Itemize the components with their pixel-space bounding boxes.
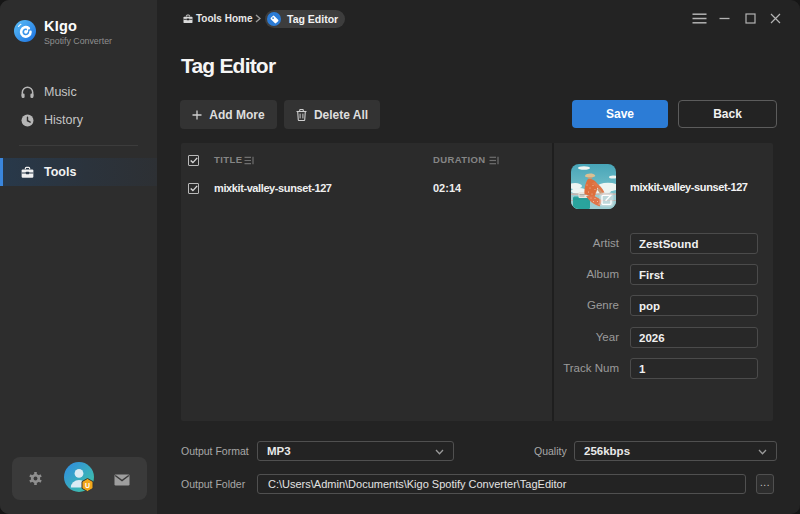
field-label: Genre (553, 295, 619, 316)
app-window: KIgo Spotify Converter Music History Too… (0, 0, 800, 514)
track-title-cell[interactable]: mixkit-valley-sunset-127 (214, 182, 332, 194)
trash-icon (296, 109, 307, 121)
toolbox-icon (21, 166, 34, 179)
field-track-num: Track Num (553, 358, 773, 379)
field-genre: Genre (553, 295, 773, 316)
tag-editor-panel: TITLE DURATION mixkit-valley-sunset-127 … (181, 143, 773, 421)
column-header-duration[interactable]: DURATION (433, 154, 486, 165)
breadcrumb-chevron-icon (255, 14, 261, 23)
page-title: Tag Editor (181, 54, 275, 78)
chevron-down-icon (435, 449, 444, 455)
output-format-select[interactable]: MP3 (257, 441, 454, 461)
app-logo: KIgo Spotify Converter (14, 20, 112, 46)
toolbox-icon (183, 14, 193, 24)
maximize-icon[interactable] (745, 0, 756, 36)
album-input[interactable] (630, 264, 758, 285)
quality-value: 256kbps (584, 445, 630, 457)
sidebar-item-label: History (44, 113, 83, 127)
browse-button[interactable]: ... (756, 474, 774, 494)
filter-icon[interactable] (244, 156, 254, 165)
app-logo-icon (14, 20, 36, 42)
delete-all-button[interactable]: Delete All (284, 100, 380, 129)
sidebar-item-tools[interactable]: Tools (0, 158, 157, 186)
column-header-title[interactable]: TITLE (214, 154, 242, 165)
year-input[interactable] (630, 327, 758, 348)
output-folder-label: Output Folder (181, 478, 245, 490)
app-name: KIgo (44, 19, 112, 33)
row-checkbox[interactable] (188, 183, 199, 194)
headphones-icon (21, 86, 34, 99)
back-button[interactable]: Back (678, 100, 777, 128)
field-label: Artist (553, 233, 619, 254)
track-duration-cell: 02:14 (433, 182, 461, 194)
add-more-button[interactable]: Add More (180, 100, 277, 129)
field-label: Track Num (553, 358, 619, 379)
breadcrumb-current-label: Tag Editor (287, 13, 338, 25)
sidebar-item-label: Tools (44, 165, 76, 179)
plus-icon (192, 110, 202, 120)
field-label: Year (553, 327, 619, 348)
field-year: Year (553, 327, 773, 348)
sidebar-item-music[interactable]: Music (0, 80, 157, 104)
sidebar-divider (19, 145, 138, 146)
chevron-down-icon (758, 449, 767, 455)
delete-all-label: Delete All (314, 108, 368, 122)
output-format-label: Output Format (181, 445, 249, 457)
close-icon[interactable] (770, 0, 781, 36)
avatar-badge: U (81, 478, 94, 492)
select-all-checkbox[interactable] (188, 155, 199, 166)
sidebar-item-label: Music (44, 85, 77, 99)
quality-select[interactable]: 256kbps (574, 441, 777, 461)
save-button[interactable]: Save (572, 100, 668, 128)
track-num-input[interactable] (630, 358, 758, 379)
sidebar-item-history[interactable]: History (0, 108, 157, 132)
menu-icon[interactable] (692, 0, 707, 36)
field-label: Album (553, 264, 619, 285)
tag-icon (267, 12, 281, 26)
detail-track-name: mixkit-valley-sunset-127 (630, 181, 748, 193)
clock-icon (21, 114, 34, 127)
genre-input[interactable] (630, 295, 758, 316)
field-album: Album (553, 264, 773, 285)
filter-icon[interactable] (489, 156, 499, 165)
breadcrumb-tools-home[interactable]: Tools Home (196, 13, 252, 24)
output-folder-input[interactable] (257, 474, 746, 494)
breadcrumb-tag-editor[interactable]: Tag Editor (265, 10, 345, 28)
svg-text:U: U (85, 482, 90, 489)
album-art[interactable] (571, 164, 616, 209)
field-artist: Artist (553, 233, 773, 254)
output-format-value: MP3 (267, 445, 291, 457)
mail-envelope-icon[interactable] (114, 472, 130, 490)
app-subtitle: Spotify Converter (44, 36, 112, 46)
sidebar: KIgo Spotify Converter Music History Too… (0, 0, 157, 514)
add-more-label: Add More (209, 108, 264, 122)
quality-label: Quality (534, 445, 567, 457)
settings-gear-icon[interactable] (28, 471, 43, 490)
artist-input[interactable] (630, 233, 758, 254)
account-bar: U (12, 457, 147, 500)
minimize-icon[interactable] (719, 0, 730, 36)
